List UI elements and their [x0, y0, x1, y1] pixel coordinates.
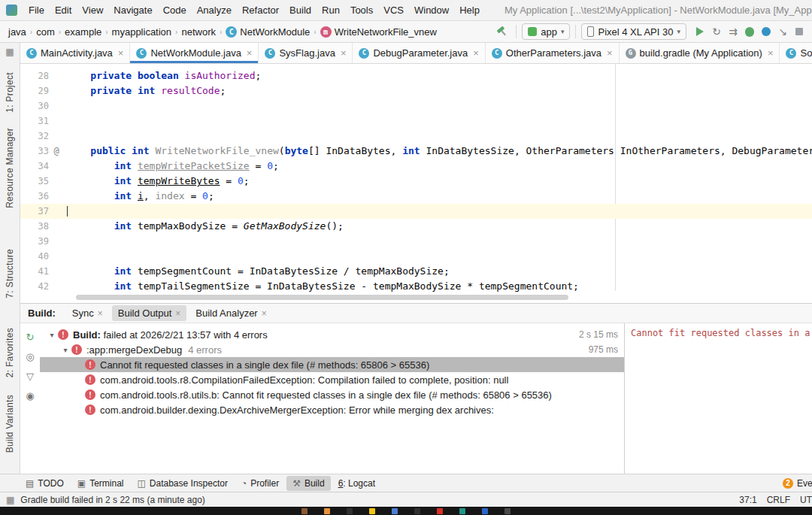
taskbar-app-icon[interactable]	[369, 508, 375, 514]
tool-stripe-1-project[interactable]: 1: Project	[5, 72, 15, 113]
menu-file[interactable]: File	[23, 2, 50, 19]
code-line-30[interactable]: 30	[20, 98, 812, 114]
horizontal-scrollbar[interactable]	[76, 295, 568, 300]
build-tree-row[interactable]: !Cannot fit requested classes in a singl…	[40, 357, 624, 372]
taskbar-app-icon[interactable]	[414, 508, 420, 514]
editor-tab-otherparameters-java[interactable]: COtherParameters.java×	[486, 43, 620, 63]
code-line-33[interactable]: 33@ public int WriteNetworkFile_vnew(byt…	[20, 144, 812, 159]
encoding-indicator[interactable]: UTF-8	[800, 495, 812, 505]
project-stripe-icon[interactable]: ▦	[5, 47, 15, 57]
code-line-36[interactable]: 36 int i, index = 0;	[20, 189, 812, 204]
tool-stripe-2-favorites[interactable]: 2: Favorites	[5, 328, 15, 377]
menu-build[interactable]: Build	[284, 2, 317, 19]
build-tree-row[interactable]: ▾!Build: failed at 2026/2/21 13:57 with …	[40, 327, 624, 342]
tab-close-icon[interactable]: ×	[262, 308, 267, 319]
tool-window-button-todo[interactable]: ▤TODO	[20, 476, 70, 491]
tab-close-icon[interactable]: ×	[247, 47, 253, 59]
menu-view[interactable]: View	[77, 2, 108, 19]
chevron-down-icon[interactable]: ▾	[59, 346, 71, 354]
run-config-selector[interactable]: app ▾	[522, 23, 570, 40]
editor-tab-networkmodule-java[interactable]: CNetWorkModule.java×	[130, 43, 259, 63]
tab-close-icon[interactable]: ×	[768, 47, 774, 59]
build-tab-build-output[interactable]: Build Output×	[112, 305, 187, 321]
breadcrumb-item-example[interactable]: example	[62, 25, 104, 39]
caret-position[interactable]: 37:1	[739, 495, 756, 505]
breadcrumb-item-network[interactable]: network	[179, 25, 218, 39]
breadcrumb-item-java[interactable]: java	[6, 25, 29, 39]
tab-close-icon[interactable]: ×	[98, 308, 103, 319]
menu-help[interactable]: Help	[454, 2, 485, 19]
tool-window-button-terminal[interactable]: ▣Terminal	[71, 476, 130, 491]
tab-close-icon[interactable]: ×	[118, 47, 124, 59]
apply-changes-icon[interactable]: ↻	[708, 23, 725, 40]
menu-run[interactable]: Run	[317, 2, 345, 19]
taskbar-app-icon[interactable]	[437, 508, 443, 514]
menu-analyze[interactable]: Analyze	[192, 2, 237, 19]
menu-navigate[interactable]: Navigate	[108, 2, 157, 19]
taskbar-app-icon[interactable]	[392, 508, 398, 514]
code-line-28[interactable]: 28 private boolean isAuthorized;	[20, 68, 812, 83]
menu-code[interactable]: Code	[158, 2, 192, 19]
tool-stripe-7-structure[interactable]: 7: Structure	[5, 249, 15, 298]
taskbar-app-icon[interactable]	[301, 508, 308, 514]
taskbar-app-icon[interactable]	[347, 508, 353, 514]
build-console[interactable]: Cannot fit requested classes in a	[624, 323, 812, 474]
status-message[interactable]: Gradle build failed in 2 s 22 ms (a minu…	[20, 495, 205, 505]
taskbar-app-icon[interactable]	[324, 508, 330, 514]
tab-close-icon[interactable]: ×	[473, 47, 479, 59]
code-line-32[interactable]: 32	[20, 129, 812, 144]
attach-debugger-icon[interactable]: ↘	[774, 23, 791, 40]
debug-icon[interactable]	[741, 23, 758, 40]
editor-tab-build-gradle-my-application[interactable]: Gbuild.gradle (My Application)×	[620, 43, 780, 63]
run-icon[interactable]	[692, 23, 708, 40]
code-line-41[interactable]: 41 int tempSegmentCount = InDataBytesSiz…	[20, 264, 812, 279]
apply-code-changes-icon[interactable]: ⇉	[725, 23, 741, 40]
code-editor[interactable]: 28 private boolean isAuthorized;29 priva…	[20, 64, 812, 303]
tool-window-button-profiler[interactable]: ◔Profiler	[235, 476, 285, 491]
code-line-38[interactable]: 38 int tempMaxBodySize = GetMaxBodySize(…	[20, 219, 812, 234]
filter-icon[interactable]: ▽	[24, 370, 36, 382]
tool-stripe-build-variants[interactable]: Build Variants	[5, 395, 15, 453]
tab-close-icon[interactable]: ×	[607, 47, 613, 59]
eye-icon[interactable]: ◉	[24, 389, 36, 401]
menu-refactor[interactable]: Refactor	[237, 2, 284, 19]
editor-tab-sysflag-java[interactable]: CSysFlag.java×	[259, 43, 353, 63]
tool-window-button-build[interactable]: ⚒Build	[286, 476, 330, 491]
tool-stripe-resource-manager[interactable]: Resource Manager	[5, 128, 15, 208]
build-tab-build-analyzer[interactable]: Build Analyzer×	[189, 305, 272, 321]
menu-edit[interactable]: Edit	[50, 2, 77, 19]
rerun-icon[interactable]: ↻	[24, 331, 36, 343]
build-tab-sync[interactable]: Sync×	[66, 305, 109, 321]
event-log-button[interactable]: 2 Event Log	[783, 478, 812, 489]
code-line-37[interactable]: 37	[20, 204, 812, 219]
breadcrumb-item-com[interactable]: com	[34, 25, 57, 39]
breadcrumb-item-writenetworkfile-vnew[interactable]: mWriteNetworkFile_vnew	[318, 25, 439, 39]
menu-tools[interactable]: Tools	[345, 2, 378, 19]
chevron-down-icon[interactable]: ▾	[46, 331, 58, 339]
code-line-39[interactable]: 39	[20, 234, 812, 249]
tab-close-icon[interactable]: ×	[341, 47, 347, 59]
build-tree-row[interactable]: !com.android.tools.r8.CompilationFailedE…	[40, 372, 624, 387]
code-line-35[interactable]: 35 int tempWriteBytes = 0;	[20, 174, 812, 189]
code-line-42[interactable]: 42 int tempTailSegmentSize = InDataBytes…	[20, 279, 812, 294]
line-ending-indicator[interactable]: CRLF	[767, 495, 790, 505]
code-line-34[interactable]: 34 int tempWritePacketSize = 0;	[20, 159, 812, 174]
build-tree-row[interactable]: !com.android.builder.dexing.DexArchiveMe…	[40, 402, 624, 417]
editor-tab-socke[interactable]: CSocke×	[780, 43, 812, 63]
taskbar-app-icon[interactable]	[459, 508, 465, 514]
editor-tab-debugparameter-java[interactable]: CDebugParameter.java×	[353, 43, 485, 63]
code-line-29[interactable]: 29 private int resultCode;	[20, 83, 812, 98]
menu-window[interactable]: Window	[409, 2, 454, 19]
pin-icon[interactable]: ◎	[24, 350, 36, 362]
tool-window-button-6-logcat[interactable]: 6: Logcat	[332, 476, 381, 491]
menu-vcs[interactable]: VCS	[378, 2, 409, 19]
tool-window-button-database-inspector[interactable]: ◫Database Inspector	[132, 476, 234, 491]
tab-close-icon[interactable]: ×	[175, 308, 180, 319]
breadcrumb-item-networkmodule[interactable]: CNetWorkModule	[223, 25, 312, 39]
tool-window-switcher-icon[interactable]: ▦	[6, 495, 14, 505]
taskbar-app-icon[interactable]	[504, 508, 511, 514]
taskbar-app-icon[interactable]	[482, 508, 488, 514]
profile-icon[interactable]	[758, 23, 774, 40]
editor-tab-mainactivity-java[interactable]: CMainActivity.java×	[20, 43, 130, 63]
breadcrumb-item-myapplication[interactable]: myapplication	[110, 25, 174, 39]
